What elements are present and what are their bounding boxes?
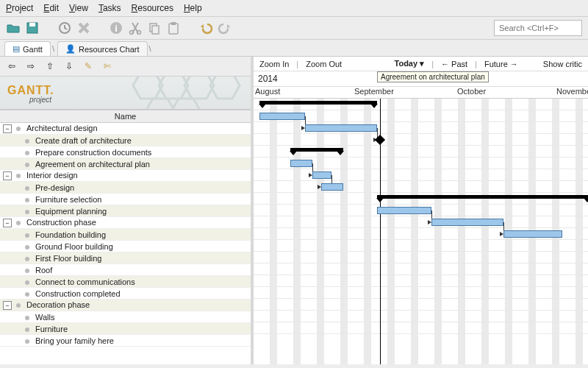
summary-bar[interactable] [259,101,377,105]
tab-gantt[interactable]: ▤ Gantt [4,41,51,56]
bullet-icon [25,339,29,344]
task-label: Furniture selection [35,195,102,204]
search-input[interactable] [494,20,582,36]
save-icon[interactable] [25,21,40,35]
month-header: AugustSeptemberOctoberNovember [254,87,588,99]
bullet-icon [25,163,29,167]
svg-rect-9 [169,24,178,34]
zoom-in-button[interactable]: Zoom In [259,60,289,68]
bullet-icon [16,303,21,308]
task-bar[interactable] [377,207,431,214]
menu-project[interactable]: Project [6,3,33,13]
task-bar[interactable] [431,219,503,226]
svg-marker-12 [159,77,188,99]
paste-icon[interactable] [166,21,181,35]
tab-strip: ▤ Gantt \ 👤 Resources Chart \ [0,40,588,57]
column-header-name[interactable]: Name [0,110,251,123]
task-bar[interactable] [503,230,562,238]
task-row[interactable]: −Construction phase [0,217,251,229]
task-row[interactable]: Construction completed [0,288,251,300]
bullet-icon [25,245,29,250]
gantt-pane: Zoom In | Zoom Out Today ▾ | ← Past | Fu… [254,57,588,364]
bullet-icon [25,139,29,144]
task-tree[interactable]: −Architectural designCreate draft of arc… [0,123,251,364]
task-row[interactable]: Furniture [0,323,251,335]
bullet-icon [16,174,21,178]
task-bar[interactable] [321,183,343,191]
gantt-chart[interactable] [254,99,588,364]
task-label: Construction completed [35,289,121,298]
svg-marker-15 [171,99,201,110]
undo-icon[interactable] [198,21,213,35]
menu-edit[interactable]: Edit [43,3,59,13]
tab-gantt-label: Gantt [23,45,43,54]
expander-icon[interactable]: − [3,219,12,227]
svg-marker-16 [210,77,240,99]
cut-icon[interactable] [128,21,143,35]
copy-icon[interactable] [147,21,162,35]
task-bar[interactable] [305,124,377,132]
svg-point-5 [130,31,134,35]
task-row[interactable]: Walls [0,311,251,323]
task-bar[interactable] [290,160,312,167]
task-row[interactable]: Ground Floor building [0,241,251,252]
task-row[interactable]: Equipment planning [0,205,251,217]
year-header: 2014 Agreement on architectural plan [254,71,588,87]
task-bar[interactable] [259,113,305,120]
task-row[interactable]: −Architectural design [0,123,251,135]
task-bar[interactable] [312,171,331,179]
info-icon[interactable]: i [109,21,123,35]
unlink-icon[interactable]: ✄ [100,59,115,74]
arrow-right-icon[interactable]: ⇨ [24,59,38,74]
menu-view[interactable]: View [69,3,88,13]
menu-resources[interactable]: Resources [132,3,173,13]
task-label: Interior design [26,171,78,180]
task-row[interactable]: First Floor building [0,252,251,264]
task-row[interactable]: Foundation building [0,229,251,241]
task-row[interactable]: Pre-design [0,182,251,194]
task-pane: ⇦ ⇨ ⇧ ⇩ ✎ ✄ GANTT. project [0,57,254,364]
task-row[interactable]: Roof [0,264,251,276]
summary-bar[interactable] [377,195,588,199]
task-label: First Floor building [35,254,101,263]
task-row[interactable]: Agreement on architectural plan [0,158,251,170]
expander-icon[interactable]: − [3,124,12,133]
bullet-icon [16,221,21,225]
past-button[interactable]: ← Past [441,60,467,68]
tab-resources[interactable]: 👤 Resources Chart [57,41,148,56]
expander-icon[interactable]: − [3,301,12,310]
year-label: 2014 [258,74,278,84]
delete-icon[interactable] [76,21,91,35]
task-row[interactable]: Prepare construction documents [0,146,251,158]
menu-help[interactable]: Help [184,3,202,13]
task-label: Roof [35,266,52,275]
open-icon[interactable] [6,21,21,35]
arrow-left-icon[interactable]: ⇦ [4,59,19,74]
task-row[interactable]: −Decoration phase [0,300,251,311]
task-label: Prepare construction documents [35,148,151,157]
future-button[interactable]: Future → [484,60,518,68]
redo-icon[interactable] [218,21,232,35]
task-row[interactable]: Furniture selection [0,194,251,205]
task-row[interactable]: −Interior design [0,170,251,182]
month-label: August [254,87,280,96]
summary-bar[interactable] [290,148,343,152]
task-row[interactable]: Bring your family here [0,335,251,347]
task-tooltip: Agreement on architectural plan [377,71,489,82]
task-label: Pre-design [35,183,74,192]
arrow-up-icon[interactable]: ⇧ [43,59,57,74]
task-label: Construction phase [26,218,96,227]
menu-tasks[interactable]: Tasks [98,3,121,13]
zoom-out-button[interactable]: Zoom Out [306,60,342,68]
today-button[interactable]: Today ▾ [395,59,425,68]
task-row[interactable]: Connect to communications [0,276,251,288]
svg-rect-1 [29,23,35,26]
link-icon[interactable]: ✎ [81,59,96,74]
task-row[interactable]: Create draft of architecture [0,135,251,146]
gantt-toolbar: Zoom In | Zoom Out Today ▾ | ← Past | Fu… [254,57,588,71]
expander-icon[interactable]: − [3,171,12,180]
logo-banner: GANTT. project [0,77,251,110]
show-critical-button[interactable]: Show critic [543,60,582,68]
arrow-down-icon[interactable]: ⇩ [62,59,76,74]
clock-icon[interactable] [57,21,72,35]
